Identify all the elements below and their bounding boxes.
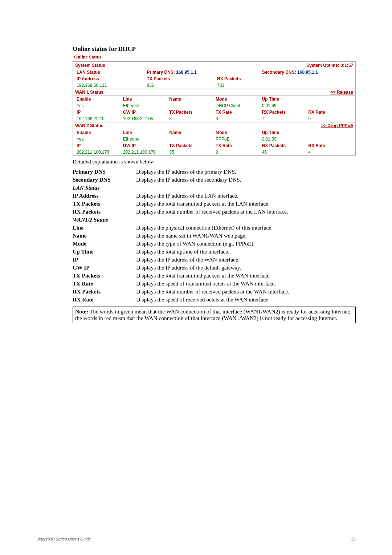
wan1-h-ip: IP — [75, 109, 122, 116]
lan-ip-address-label: IP Address — [75, 76, 146, 82]
wan1-v-rxrate: 9 — [307, 116, 353, 122]
definition-term: TX Rate — [73, 280, 136, 287]
section-title: Online status for DHCP — [73, 45, 356, 53]
definition-desc: Displays the IP address of the default g… — [136, 264, 356, 271]
wan1-v-rxpackets: 7 — [261, 116, 307, 122]
definition-term: WAN1/2 Status — [73, 216, 136, 223]
definition-desc: Displays the speed of transmitted octets… — [136, 280, 356, 287]
definition-term: Primary DNS — [73, 169, 136, 175]
note-body: The words in green mean that the WAN con… — [75, 308, 351, 321]
wan1-h-mode: Mode — [214, 96, 261, 102]
wan1-status-label: WAN 1 Status — [75, 90, 103, 95]
secondary-dns-value: 168.95.1.1 — [297, 70, 318, 75]
definition-term: Line — [73, 224, 136, 231]
system-status-label: System Status — [75, 63, 105, 68]
wan1-h-txrate: TX Rate — [214, 109, 261, 116]
wan2-h-name: Name — [168, 129, 214, 136]
wan1-h-txpackets: TX Packets — [168, 109, 214, 116]
definition-row: Up TimeDisplays the total uptime of the … — [73, 248, 356, 255]
definition-term: GW IP — [73, 264, 136, 271]
definition-row: LineDisplays the physical connection (Et… — [73, 224, 356, 231]
wan2-v-gwip: 202.211.100.170 — [122, 149, 168, 155]
definition-term: RX Packets — [73, 208, 136, 215]
definition-desc: Displays the physical connection (Ethern… — [136, 224, 356, 231]
page-footer: Vigor2910 Series User's Guide 25 — [36, 537, 356, 541]
definition-term: IP Address — [73, 193, 136, 199]
wan2-v-name — [168, 139, 214, 141]
lan-status-block: LAN Status Primary DNS: 168.95.1.1 Secon… — [73, 69, 355, 89]
wan2-v-ip: 202.211.100.176 — [75, 149, 122, 155]
wan1-h-name: Name — [168, 96, 214, 102]
note-label: Note: — [75, 308, 88, 315]
wan2-v-rxrate: 4 — [307, 149, 353, 155]
online-status-panel: System Status System Uptime: 0:1:57 LAN … — [73, 62, 356, 156]
definition-row: WAN1/2 Status — [73, 216, 356, 223]
wan2-v-uptime: 0:01:39 — [261, 136, 307, 142]
definition-term: TX Packets — [73, 200, 136, 207]
definition-term: Secondary DNS — [73, 177, 136, 183]
definition-row: TX PacketsDisplays the total transmitted… — [73, 272, 356, 279]
wan1-v-enable: Yes — [75, 102, 122, 109]
definition-row: TX RateDisplays the speed of transmitted… — [73, 280, 356, 287]
wan2-v-rxpackets: 46 — [261, 149, 307, 155]
wan1-h-rxrate: RX Rate — [307, 109, 353, 116]
definition-desc: Displays the name set in WAN1/WAN web pa… — [136, 232, 356, 239]
lan-rx-packets-label: RX Packets — [216, 76, 353, 82]
system-uptime: System Uptime: 0:1:57 — [306, 63, 353, 68]
definition-term: Name — [73, 232, 136, 239]
lan-tx-packets-value: 856 — [146, 82, 216, 89]
lan-ip-address-value: 192.168.50.111 — [75, 82, 146, 89]
wan2-h-mode: Mode — [214, 129, 261, 136]
wan1-h-uptime: Up Time — [261, 96, 307, 102]
wan2-h-uptime: Up Time — [261, 129, 307, 136]
wan2-h-gwip: GW IP — [122, 142, 168, 149]
footer-page-number: 25 — [351, 537, 356, 541]
wan1-v-line: Ethernet — [122, 102, 168, 109]
definition-desc: Displays the total number of received pa… — [136, 208, 356, 215]
wan1-release-link[interactable]: >> Release — [330, 90, 353, 95]
wan1-v-name — [168, 106, 214, 107]
definition-desc: Displays the total number of received pa… — [136, 288, 356, 295]
system-uptime-label: System Uptime: — [306, 63, 339, 68]
definition-term: RX Rate — [73, 296, 136, 303]
definition-desc: Displays the total uptime of the interfa… — [136, 248, 356, 255]
wan2-drop-pppoe-link[interactable]: >> Drop PPPoE — [321, 123, 353, 128]
system-uptime-value: 0:1:57 — [340, 63, 353, 68]
wan2-h-enable: Enable — [75, 129, 122, 136]
definition-desc: Displays the speed of received octets at… — [136, 296, 356, 303]
definition-desc: Displays the total transmitted packets a… — [136, 272, 356, 279]
wan2-v-line: Ethernet — [122, 136, 168, 142]
wan2-v-enable: Yes — [75, 136, 122, 142]
definition-term: RX Packets — [73, 288, 136, 295]
footer-guide-title: Vigor2910 Series User's Guide — [36, 537, 91, 541]
definition-row: NameDisplays the name set in WAN1/WAN we… — [73, 232, 356, 239]
primary-dns-label: Primary DNS: — [147, 70, 175, 75]
definition-term: IP — [73, 256, 136, 263]
definition-row: TX PacketsDisplays the total transmitted… — [73, 200, 356, 207]
panel-title: Online Status — [73, 53, 356, 62]
wan2-h-txrate: TX Rate — [214, 142, 261, 149]
wan2-h-ip: IP — [75, 142, 122, 149]
definition-desc: Displays the IP address of the LAN inter… — [136, 193, 356, 199]
wan2-h-rxrate: RX Rate — [307, 142, 353, 149]
definition-row: IP AddressDisplays the IP address of the… — [73, 193, 356, 199]
definition-row: Primary DNSDisplays the IP address of th… — [73, 169, 356, 175]
wan2-status-label: WAN 2 Status — [75, 123, 103, 128]
wan2-v-txrate: 8 — [214, 149, 261, 155]
definition-row: RX PacketsDisplays the total number of r… — [73, 288, 356, 295]
wan2-h-line: Line — [122, 129, 168, 136]
wan1-v-mode: DHCP Client — [214, 102, 261, 109]
wan1-v-txpackets: 3 — [168, 116, 214, 122]
definition-row: Secondary DNSDisplays the IP address of … — [73, 177, 356, 183]
lan-status-label: LAN Status — [75, 69, 146, 76]
definition-row: GW IPDisplays the IP address of the defa… — [73, 264, 356, 271]
definition-desc: Displays the IP address of the secondary… — [136, 177, 356, 183]
definition-term: TX Packets — [73, 272, 136, 279]
lan-tx-packets-label: TX Packets — [146, 76, 216, 82]
primary-dns-value: 168.95.1.1 — [176, 70, 197, 75]
definition-desc: Displays the type of WAN connection (e.g… — [136, 240, 356, 247]
wan1-h-rxpackets: RX Packets — [261, 109, 307, 116]
wan2-v-mode: PPPoE — [214, 136, 261, 142]
wan1-h-gwip: GW IP — [122, 109, 168, 116]
lan-rx-packets-value: 783 — [216, 82, 353, 89]
